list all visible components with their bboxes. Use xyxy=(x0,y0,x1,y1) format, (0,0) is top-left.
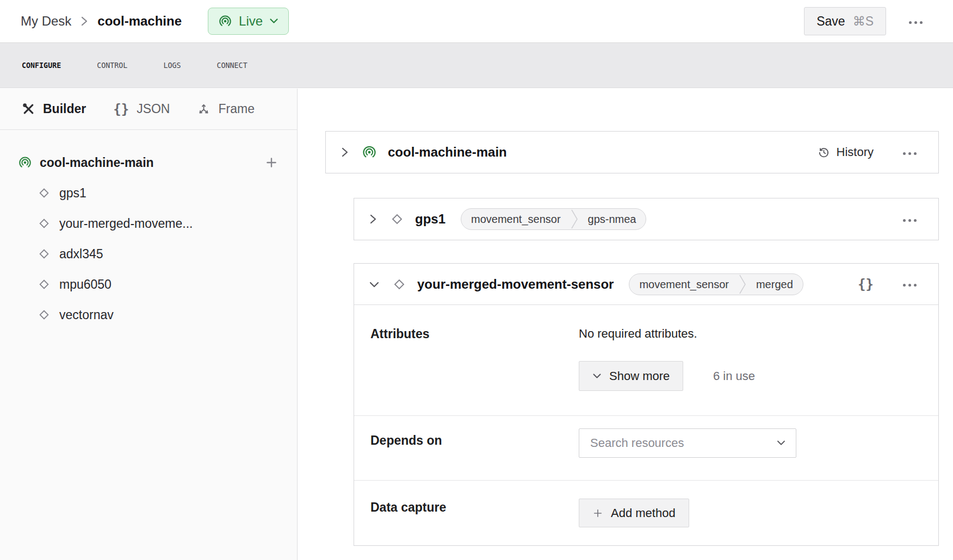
tree-item-merged-sensor[interactable]: your-merged-moveme... xyxy=(0,208,297,239)
tree-item-label: gps1 xyxy=(59,186,86,201)
mode-frame[interactable]: Frame xyxy=(197,102,254,116)
chevron-right-icon xyxy=(80,15,89,27)
data-capture-label: Data capture xyxy=(370,500,446,515)
merged-sensor-card-header: your-merged-movement-sensor movement_sen… xyxy=(354,264,938,305)
save-label: Save xyxy=(816,14,845,29)
broadcast-icon xyxy=(218,14,232,28)
broadcast-icon xyxy=(362,145,377,160)
frame-axes-icon xyxy=(197,102,211,116)
broadcast-icon xyxy=(18,155,32,170)
tab-configure[interactable]: CONFIGURE xyxy=(22,58,61,73)
chevron-down-icon xyxy=(592,373,602,379)
add-method-label: Add method xyxy=(611,506,676,520)
tree-item-label: your-merged-moveme... xyxy=(59,216,193,231)
mode-builder-label: Builder xyxy=(43,102,86,116)
sensor-menu-button[interactable] xyxy=(898,275,922,294)
save-shortcut: ⌘S xyxy=(853,14,874,29)
show-more-label: Show more xyxy=(609,369,670,383)
edit-json-button[interactable]: {} xyxy=(858,277,874,292)
machine-menu-button[interactable] xyxy=(904,12,928,31)
braces-icon: {} xyxy=(858,277,874,292)
plus-icon xyxy=(264,155,279,170)
component-diamond-icon xyxy=(38,308,51,321)
breadcrumb: My Desk cool-machine xyxy=(21,14,182,29)
gps1-menu-button[interactable] xyxy=(898,210,922,229)
mode-frame-label: Frame xyxy=(218,102,254,116)
expand-gps1-button[interactable] xyxy=(367,212,379,226)
mode-json[interactable]: {} JSON xyxy=(113,102,170,117)
component-diamond-icon xyxy=(38,186,51,200)
tree-item-mpu6050[interactable]: mpu6050 xyxy=(0,269,297,300)
braces-icon: {} xyxy=(113,102,129,117)
tab-logs[interactable]: LOGS xyxy=(163,58,181,73)
attributes-in-use-count: 6 in use xyxy=(713,369,755,383)
tab-control[interactable]: CONTROL xyxy=(97,58,127,73)
tag-model: merged xyxy=(746,273,803,295)
resource-type-tag: movement_sensor merged xyxy=(629,273,803,295)
tree-item-label: vectornav xyxy=(59,308,114,322)
tree-item-gps1[interactable]: gps1 xyxy=(0,178,297,208)
machine-part-card: cool-machine-main History xyxy=(325,131,939,173)
breadcrumb-parent[interactable]: My Desk xyxy=(21,14,71,29)
show-more-button[interactable]: Show more xyxy=(579,361,683,391)
component-diamond-icon xyxy=(38,278,51,291)
ellipsis-icon xyxy=(909,21,923,24)
tree-item-label: mpu6050 xyxy=(59,277,112,292)
depends-on-label: Depends on xyxy=(370,433,442,448)
tab-connect[interactable]: CONNECT xyxy=(217,58,247,73)
tree-item-label: adxl345 xyxy=(59,247,103,262)
breadcrumb-current: cool-machine xyxy=(97,14,182,29)
collapse-sensor-button[interactable] xyxy=(367,278,381,290)
component-diamond-icon xyxy=(390,212,404,226)
config-sidebar: Builder {} JSON Frame cool-machin xyxy=(0,89,298,560)
depends-on-select[interactable]: Search resources xyxy=(579,428,796,458)
depends-on-placeholder: Search resources xyxy=(590,436,776,450)
chevron-down-icon xyxy=(368,279,380,289)
component-diamond-icon xyxy=(392,277,406,291)
resource-tree: cool-machine-main gps1 your-merged-movem… xyxy=(0,130,297,330)
live-label: Live xyxy=(239,14,263,29)
top-bar: My Desk cool-machine Live Save ⌘S xyxy=(0,0,953,42)
tag-divider-icon xyxy=(571,208,578,230)
chevron-down-icon xyxy=(776,440,786,446)
chevron-down-icon xyxy=(269,18,279,24)
mode-builder[interactable]: Builder xyxy=(22,102,86,116)
view-mode-switcher: Builder {} JSON Frame xyxy=(0,89,297,130)
header-actions: Save ⌘S xyxy=(804,7,928,35)
tree-item-adxl345[interactable]: adxl345 xyxy=(0,239,297,269)
tree-item-label: cool-machine-main xyxy=(40,155,154,170)
tag-subtype: movement_sensor xyxy=(629,273,739,295)
merged-sensor-title: your-merged-movement-sensor xyxy=(417,277,614,292)
ellipsis-icon xyxy=(903,284,917,287)
attributes-empty-text: No required attributes. xyxy=(579,327,697,341)
tools-icon xyxy=(22,102,35,116)
resource-type-tag: movement_sensor gps-nmea xyxy=(461,208,646,230)
ellipsis-icon xyxy=(903,152,917,155)
add-method-button[interactable]: Add method xyxy=(579,499,689,527)
merged-sensor-card: your-merged-movement-sensor movement_sen… xyxy=(354,263,939,546)
history-icon xyxy=(818,146,830,159)
chevron-right-icon xyxy=(368,213,378,225)
gps1-title: gps1 xyxy=(415,211,445,227)
data-capture-section: Data capture Add method xyxy=(354,481,938,545)
main-tab-bar: CONFIGURE CONTROL LOGS CONNECT xyxy=(0,42,953,88)
component-diamond-icon xyxy=(38,217,51,230)
tag-subtype: movement_sensor xyxy=(461,208,571,230)
gps1-resource-card: gps1 movement_sensor gps-nmea xyxy=(354,198,939,240)
ellipsis-icon xyxy=(903,219,917,222)
tag-divider-icon xyxy=(739,273,746,295)
save-button[interactable]: Save ⌘S xyxy=(804,7,886,35)
chevron-right-icon xyxy=(340,146,350,158)
live-status-badge[interactable]: Live xyxy=(208,8,289,35)
expand-machine-card-button[interactable] xyxy=(339,145,351,159)
tree-item-vectornav[interactable]: vectornav xyxy=(0,300,297,330)
mode-json-label: JSON xyxy=(137,102,170,116)
attributes-label: Attributes xyxy=(370,327,430,341)
tree-item-machine-main[interactable]: cool-machine-main xyxy=(0,147,297,178)
history-label: History xyxy=(837,145,874,159)
history-button[interactable]: History xyxy=(818,145,874,159)
tag-model: gps-nmea xyxy=(578,208,646,230)
machine-part-menu-button[interactable] xyxy=(898,143,922,162)
add-resource-button[interactable] xyxy=(264,155,279,170)
component-diamond-icon xyxy=(38,247,51,260)
